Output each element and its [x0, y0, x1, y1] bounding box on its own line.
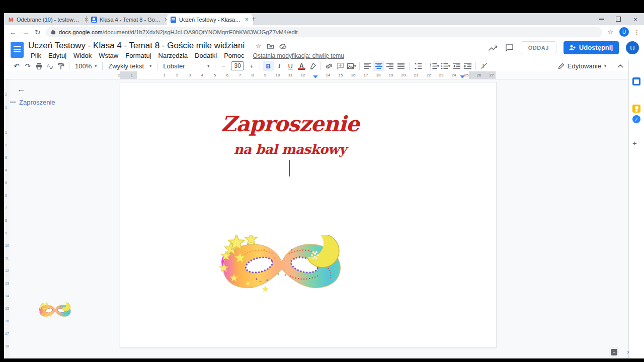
underline-button[interactable]: U: [285, 61, 296, 71]
font-size-field[interactable]: 30: [231, 61, 244, 70]
browser-window: M Odebrane (10) - testowy.uczen@ × Klasa…: [4, 13, 644, 358]
numbered-list-button[interactable]: 123 ▾: [429, 61, 440, 71]
menu-formatuj[interactable]: Formatuj: [122, 52, 154, 59]
collapse-toolbar-button[interactable]: [615, 61, 626, 71]
print-button[interactable]: [33, 61, 44, 71]
menu-narzedzia[interactable]: Narzędzia: [155, 52, 192, 59]
outline-heading-zaproszenie[interactable]: Zaproszenie: [19, 99, 55, 106]
move-folder-icon[interactable]: [267, 43, 274, 49]
reload-button[interactable]: ↻: [35, 28, 41, 36]
restore-button[interactable]: [610, 13, 627, 25]
carnival-mask-image-small[interactable]: [38, 302, 72, 319]
browser-navbar: ← → ↻ docs.google.com/document/d/1b7XdxN…: [4, 25, 644, 39]
indent-marker-left[interactable]: [313, 75, 318, 78]
bookmark-star-icon[interactable]: ☆: [607, 28, 613, 36]
menu-widok[interactable]: Widok: [70, 52, 95, 59]
ruler-number: 6: [226, 73, 228, 77]
explore-button[interactable]: +: [609, 347, 619, 357]
last-modified-link[interactable]: Ostatnia modyfikacja: chwilę temu: [253, 52, 344, 59]
calendar-icon[interactable]: [632, 77, 640, 85]
zoom-select[interactable]: 100% ▾: [72, 62, 100, 70]
docs-logo-icon[interactable]: [11, 42, 24, 58]
minimize-icon: [599, 19, 604, 20]
back-button[interactable]: ←: [10, 28, 17, 36]
close-window-button[interactable]: ×: [627, 13, 644, 25]
paint-format-button[interactable]: [55, 61, 66, 71]
minimize-button[interactable]: [593, 13, 610, 25]
text-color-button[interactable]: A: [296, 61, 307, 71]
ruler-number: 1: [164, 73, 166, 77]
carnival-mask-image[interactable]: [219, 235, 345, 295]
cloud-status-icon[interactable]: [279, 43, 287, 49]
spellcheck-button[interactable]: A: [44, 61, 55, 71]
close-icon[interactable]: ×: [244, 16, 250, 23]
ruler-number: 15: [339, 73, 343, 77]
new-tab-button[interactable]: +: [252, 15, 256, 23]
comment-history-icon[interactable]: [505, 44, 514, 52]
insert-link-button[interactable]: [324, 61, 335, 71]
ruler-number: 13: [5, 282, 9, 285]
increase-indent-button[interactable]: [462, 61, 473, 71]
tab-classroom[interactable]: Klasa 4 - Temat 8 - Goście mile w ×: [87, 14, 173, 25]
chevron-down-icon: ▾: [149, 64, 151, 68]
decrease-indent-button[interactable]: [451, 61, 462, 71]
justify-button[interactable]: [395, 61, 407, 71]
account-avatar[interactable]: U: [626, 41, 639, 54]
menu-wstaw[interactable]: Wstaw: [95, 52, 122, 59]
browser-avatar[interactable]: U: [619, 27, 629, 37]
get-addons-button[interactable]: +: [632, 139, 637, 147]
ruler-number: 24: [452, 73, 456, 77]
star-document-icon[interactable]: ☆: [256, 42, 262, 50]
insert-comment-button[interactable]: [335, 61, 346, 71]
browser-menu-icon[interactable]: ⋮: [634, 29, 640, 36]
styles-select[interactable]: Zwykły tekst ▾: [105, 62, 154, 70]
add-comment-icon: [337, 62, 344, 70]
horizontal-ruler[interactable]: 2112345678910111214151617181920212223242…: [4, 71, 629, 79]
turn-in-button[interactable]: ODDAJ: [521, 41, 556, 54]
menu-dodatki[interactable]: Dodatki: [191, 52, 220, 59]
font-select[interactable]: Lobster ▾: [160, 62, 212, 70]
ruler-number: 2: [5, 143, 7, 147]
bold-button[interactable]: B: [263, 61, 274, 71]
menu-pomoc[interactable]: Pomoc: [220, 52, 248, 59]
activity-dashboard-icon[interactable]: [488, 44, 498, 52]
close-outline-button[interactable]: ←: [17, 84, 26, 95]
doc-heading-title[interactable]: Zaproszenie: [186, 112, 394, 136]
menu-plik[interactable]: Plik: [27, 52, 45, 59]
ruler-number: 1: [131, 73, 133, 77]
ruler-number: 3: [189, 73, 191, 77]
insert-image-button[interactable]: ▾: [346, 61, 357, 71]
document-title-field[interactable]: Uczeń Testowy - Klasa 4 - Temat 8 - Gośc…: [28, 41, 245, 51]
highlight-button[interactable]: [307, 61, 318, 71]
address-bar[interactable]: docs.google.com/document/d/1b7XdxN2jsgHJ…: [46, 27, 603, 37]
share-button[interactable]: Udostępnij: [564, 41, 619, 54]
menu-edytuj[interactable]: Edytuj: [45, 52, 70, 59]
line-spacing-button[interactable]: [412, 61, 423, 71]
share-label: Udostępnij: [579, 44, 613, 51]
keep-icon[interactable]: [632, 105, 640, 113]
forward-button[interactable]: →: [22, 28, 29, 36]
bulleted-list-button[interactable]: ▾: [440, 61, 451, 71]
redo-button[interactable]: ↷: [22, 61, 33, 71]
italic-button[interactable]: I: [274, 61, 285, 71]
ruler-number: 10: [276, 73, 280, 77]
clear-formatting-button[interactable]: T: [478, 61, 490, 71]
ruler-number: 1: [5, 131, 7, 134]
ruler-number: 7: [239, 73, 241, 77]
increase-font-button[interactable]: +: [246, 61, 257, 71]
highlighter-icon: [309, 62, 316, 70]
undo-button[interactable]: ↶: [11, 61, 22, 71]
hide-side-panel-button[interactable]: ›: [627, 348, 629, 355]
image-icon: [347, 62, 354, 70]
decrease-font-button[interactable]: −: [218, 61, 229, 71]
mode-select[interactable]: Edytowanie ▾: [555, 62, 609, 70]
align-center-button[interactable]: [373, 61, 384, 71]
tasks-icon[interactable]: ✓: [632, 115, 640, 123]
ruler-number: 20: [401, 73, 406, 77]
align-left-button[interactable]: [362, 61, 373, 71]
tab-gmail[interactable]: M Odebrane (10) - testowy.uczen@ ×: [4, 14, 93, 25]
doc-heading-subtitle[interactable]: na bal maskowy: [186, 142, 394, 157]
align-right-button[interactable]: [384, 61, 395, 71]
tab-docs-active[interactable]: Uczeń Testowy - Klasa 4 - Temat ×: [167, 14, 253, 25]
vertical-ruler[interactable]: 21123456789101112131415161718: [4, 79, 10, 358]
